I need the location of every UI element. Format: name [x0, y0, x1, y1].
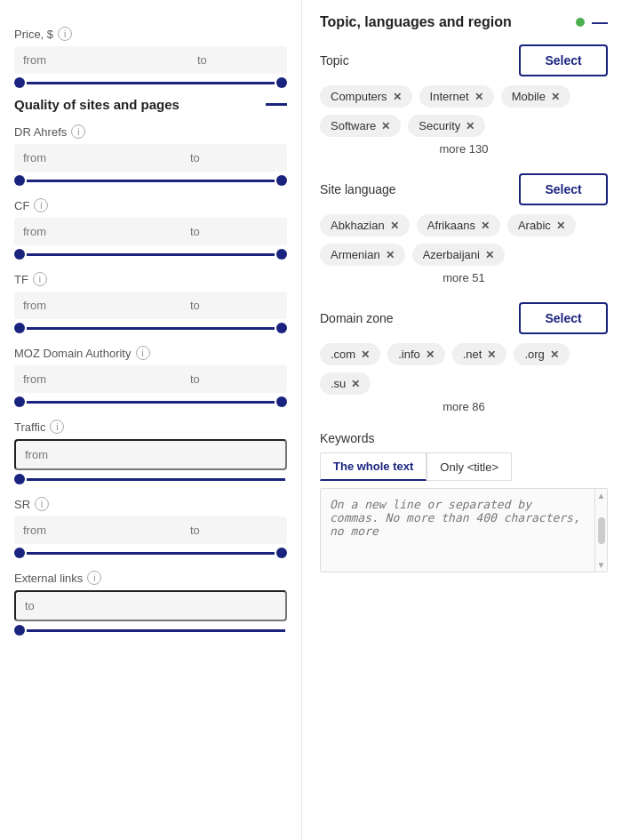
external-field: External links i	[14, 571, 287, 636]
tag-label: Software	[331, 119, 376, 132]
moz-field: MOZ Domain Authority i	[14, 346, 287, 407]
sr-range-inputs	[14, 516, 287, 544]
traffic-label-text: Traffic	[14, 420, 45, 434]
tab-only-title[interactable]: Only <title>	[427, 452, 512, 481]
tag-close-icon[interactable]: ✕	[487, 348, 496, 361]
site-language-more-link[interactable]: more 51	[320, 271, 608, 284]
sr-field: SR i	[14, 497, 287, 558]
topic-tags-area: Computers ✕ Internet ✕ Mobile ✕ Software…	[320, 85, 608, 137]
tag-close-icon[interactable]: ✕	[551, 91, 560, 103]
tag-close-icon[interactable]: ✕	[426, 348, 435, 361]
tag-close-icon[interactable]: ✕	[556, 220, 565, 232]
moz-slider-left[interactable]	[14, 396, 25, 407]
scroll-up-icon[interactable]: ▲	[597, 491, 606, 500]
cf-field: CF i	[14, 198, 287, 260]
tag-close-icon[interactable]: ✕	[381, 120, 390, 132]
quality-collapse-btn[interactable]	[266, 103, 287, 106]
tab-whole-text[interactable]: The whole text	[320, 452, 427, 481]
list-item: .net ✕	[452, 343, 507, 365]
scroll-thumb[interactable]	[598, 517, 605, 544]
list-item: Arabic ✕	[507, 214, 576, 236]
moz-info-icon[interactable]: i	[136, 346, 150, 360]
external-slider-left[interactable]	[14, 625, 25, 636]
price-section: Price, $ i	[14, 27, 287, 88]
price-to-input[interactable]	[188, 46, 287, 74]
tag-close-icon[interactable]: ✕	[390, 220, 399, 232]
cf-slider-track	[27, 253, 275, 256]
tag-close-icon[interactable]: ✕	[485, 249, 494, 261]
tf-info-icon[interactable]: i	[33, 272, 47, 286]
keywords-section: Keywords The whole text Only <title> ▲ ▼	[320, 431, 608, 572]
sr-from-input[interactable]	[14, 516, 181, 544]
price-info-icon[interactable]: i	[58, 27, 72, 41]
tag-label: .org	[524, 348, 544, 361]
left-panel: Price, $ i Quality of sites and pages DR…	[0, 0, 302, 840]
dr-from-input[interactable]	[14, 144, 181, 172]
tf-label-text: TF	[14, 273, 28, 286]
domain-zone-more-link[interactable]: more 86	[320, 400, 608, 413]
traffic-slider-left[interactable]	[14, 474, 25, 484]
moz-slider-track	[27, 401, 275, 404]
dr-slider-right[interactable]	[276, 175, 287, 186]
dr-info-icon[interactable]: i	[71, 124, 85, 139]
price-slider-left[interactable]	[14, 77, 25, 88]
keywords-label: Keywords	[320, 431, 608, 445]
topic-row: Topic Select	[320, 44, 608, 76]
tf-from-input[interactable]	[14, 292, 181, 319]
sr-info-icon[interactable]: i	[35, 497, 49, 511]
tf-label: TF i	[14, 272, 287, 286]
tf-slider-left[interactable]	[14, 323, 25, 333]
tag-close-icon[interactable]: ✕	[466, 120, 474, 132]
moz-slider-right[interactable]	[276, 396, 287, 407]
tf-to-input[interactable]	[181, 292, 287, 319]
external-info-icon[interactable]: i	[87, 571, 101, 585]
moz-to-input[interactable]	[181, 365, 287, 393]
tf-range-inputs	[14, 292, 287, 319]
tag-label: .su	[331, 377, 346, 390]
cf-to-input[interactable]	[181, 218, 287, 245]
sr-to-input[interactable]	[181, 516, 287, 544]
cf-slider-right[interactable]	[276, 249, 287, 260]
domain-zone-select-button[interactable]: Select	[519, 302, 608, 334]
keyword-tabs: The whole text Only <title>	[320, 452, 608, 481]
tf-field: TF i	[14, 272, 287, 333]
price-from-input[interactable]	[14, 46, 181, 74]
cf-from-input[interactable]	[14, 218, 181, 245]
tag-close-icon[interactable]: ✕	[351, 378, 360, 390]
tag-close-icon[interactable]: ✕	[550, 348, 559, 361]
dr-to-input[interactable]	[181, 144, 287, 172]
tag-close-icon[interactable]: ✕	[481, 220, 490, 232]
tag-close-icon[interactable]: ✕	[386, 249, 395, 261]
price-slider-row	[14, 77, 287, 88]
tag-close-icon[interactable]: ✕	[474, 91, 483, 103]
traffic-from-input[interactable]	[14, 439, 287, 470]
keywords-textarea[interactable]	[321, 489, 607, 569]
scrollbar[interactable]: ▲ ▼	[594, 489, 607, 572]
cf-range-inputs	[14, 218, 287, 245]
sr-slider-left[interactable]	[14, 548, 25, 558]
tf-slider-right[interactable]	[276, 323, 287, 333]
moz-slider-row	[14, 396, 287, 407]
list-item: Armenian ✕	[320, 244, 405, 266]
site-language-select-button[interactable]: Select	[519, 173, 608, 205]
dr-label: DR Ahrefs i	[14, 124, 287, 139]
keyword-textarea-wrap: ▲ ▼	[320, 488, 608, 572]
cf-info-icon[interactable]: i	[34, 198, 48, 212]
collapse-btn[interactable]: —	[592, 14, 608, 30]
tag-close-icon[interactable]: ✕	[361, 348, 370, 361]
cf-slider-left[interactable]	[14, 249, 25, 260]
scroll-down-icon[interactable]: ▼	[597, 560, 606, 570]
traffic-field: Traffic i	[14, 420, 287, 484]
sr-slider-right[interactable]	[276, 548, 287, 558]
sr-slider-track	[27, 552, 275, 555]
traffic-info-icon[interactable]: i	[50, 420, 64, 434]
dr-slider-left[interactable]	[14, 175, 25, 186]
list-item: Internet ✕	[419, 85, 494, 108]
external-slider-track	[27, 629, 285, 632]
topic-select-button[interactable]: Select	[519, 44, 608, 76]
moz-from-input[interactable]	[14, 365, 181, 393]
price-slider-right[interactable]	[276, 77, 287, 88]
topic-more-link[interactable]: more 130	[320, 142, 608, 156]
tag-close-icon[interactable]: ✕	[393, 91, 402, 103]
external-to-input[interactable]	[14, 590, 287, 621]
